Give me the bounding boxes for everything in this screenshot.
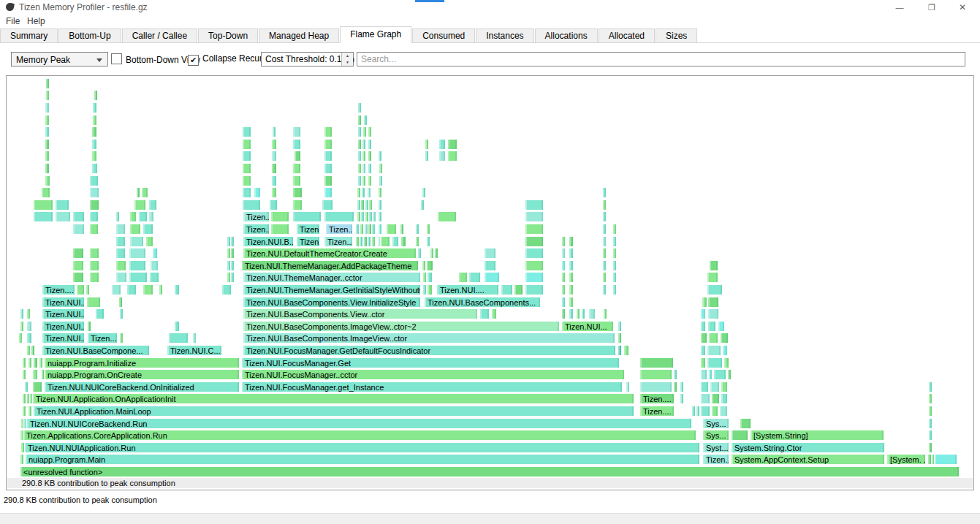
flame-bar[interactable]: Tizen.NUI.C... [167,345,222,356]
flame-bar[interactable] [159,284,163,295]
flame-bar[interactable] [612,248,617,259]
tab-managed-heap[interactable]: Managed Heap [259,29,339,42]
flame-bar[interactable] [700,357,706,368]
flame-bar[interactable] [588,308,596,319]
flame-bar[interactable]: Tizen.NUI.Application.OnApplicationInit [32,393,634,404]
flame-bar[interactable] [928,381,932,392]
flame-bar[interactable] [32,369,38,380]
flame-bar[interactable] [602,260,607,271]
flame-bar[interactable] [20,321,24,332]
flame-bar[interactable] [561,236,566,247]
flame-bar[interactable] [26,308,31,319]
cost-threshold-field[interactable]: Cost Threshold: 0.10% ▲ ▼ [261,52,354,67]
flame-bar[interactable] [362,139,366,150]
flame-bar[interactable] [230,236,235,247]
flame-bar[interactable]: Tizen.NUI.... [42,333,85,343]
flame-bar[interactable] [76,284,85,295]
flame-bar[interactable] [707,308,719,319]
flame-bar[interactable] [700,345,706,356]
flame-bar[interactable]: Tizen.NUI... [42,308,85,319]
flame-bar[interactable] [602,211,607,222]
flame-bar[interactable]: Tizen.NUI.ThemeManager..cctor [243,272,421,283]
flame-bar[interactable] [148,200,157,210]
flame-bar[interactable] [174,284,180,295]
flame-bar[interactable] [362,126,367,137]
flame-bar[interactable] [561,284,566,295]
flame-bar[interactable] [143,224,153,235]
flame-bar[interactable] [680,381,684,392]
flame-bar[interactable] [126,284,137,295]
flame-bar[interactable] [150,260,159,271]
flame-bar[interactable] [362,163,366,174]
flame-bar[interactable] [143,284,153,295]
flame-bar[interactable] [602,272,607,283]
flame-bar[interactable] [31,345,35,356]
flame-bar[interactable] [569,236,574,247]
flame-bar[interactable] [22,369,26,380]
flame-bar[interactable] [230,260,235,271]
flame-bar[interactable] [270,224,289,235]
flame-bar[interactable] [713,369,726,380]
flame-bar[interactable] [561,248,566,259]
flame-bar[interactable] [168,333,189,343]
flame-bar[interactable] [525,272,544,283]
flame-bar[interactable] [119,308,124,319]
flame-bar[interactable]: Tizen.NUI.NUICoreBackend.Run [26,418,692,429]
menu-file[interactable]: File [6,16,20,26]
flame-bar[interactable] [324,163,333,174]
flame-bar[interactable] [602,224,607,235]
flame-bar[interactable] [271,175,277,186]
flame-bar[interactable]: Tizen.NUI.NUIApplication.Run [24,442,700,453]
flame-bar[interactable] [294,151,301,162]
flame-bar[interactable] [928,418,932,429]
flame-bar[interactable] [28,406,32,417]
flame-bar[interactable] [91,139,97,150]
flame-bar[interactable] [362,175,366,186]
flame-bar[interactable] [22,357,26,368]
flame-bar[interactable] [119,333,124,343]
flame-bar[interactable]: Tizen.NUI.FocusManager..cctor [241,369,625,380]
flame-bar[interactable]: Tizen... [87,333,118,343]
spin-down-icon[interactable]: ▼ [342,59,353,66]
flame-bar[interactable] [174,321,180,332]
bottom-down-view-checkbox[interactable]: Bottom-Down View [111,53,200,64]
flame-bar[interactable] [87,321,91,332]
flame-bar[interactable] [417,248,422,259]
flame-bar[interactable] [639,369,672,380]
flame-bar[interactable] [721,393,728,404]
flame-bar[interactable] [89,211,99,222]
flame-bar[interactable] [721,381,728,392]
flame-bar[interactable] [45,151,50,162]
flame-bar[interactable] [514,284,523,295]
flame-bar[interactable] [602,200,607,210]
flame-bar[interactable]: nuiapp.Program.OnCreate [44,369,240,380]
flame-bar[interactable] [720,333,729,343]
flame-bar[interactable] [292,163,301,174]
flame-bar[interactable] [700,369,707,380]
tab-summary[interactable]: Summary [0,29,58,42]
flame-bar[interactable] [89,272,99,283]
tab-allocated[interactable]: Allocated [599,29,655,42]
flame-bar[interactable] [700,393,710,404]
flame-bar[interactable]: Tizen.... [639,406,675,417]
flame-bar[interactable] [484,260,496,271]
flame-bar[interactable]: nuiapp.Program.Initialize [44,357,240,368]
flame-bar[interactable] [242,187,251,198]
flame-bar[interactable] [425,151,429,162]
flame-bar[interactable] [378,187,382,198]
tab-instances[interactable]: Instances [476,29,533,42]
flame-bar[interactable] [45,163,50,174]
flame-bar[interactable] [89,200,99,210]
flame-bar[interactable] [138,211,148,222]
flame-bar[interactable]: Tizen... [296,224,320,235]
flame-bar[interactable] [673,369,677,380]
flame-bar[interactable]: System.AppContext.Setup [731,454,885,465]
minimize-button[interactable]: — [884,0,916,15]
flame-bar[interactable] [525,200,544,210]
flame-bar[interactable] [272,126,276,137]
flame-bar[interactable] [569,284,574,295]
flame-bar[interactable] [230,248,235,259]
flame-bar[interactable] [357,126,362,137]
flame-bar[interactable] [72,272,84,283]
flame-bar[interactable] [928,442,932,453]
